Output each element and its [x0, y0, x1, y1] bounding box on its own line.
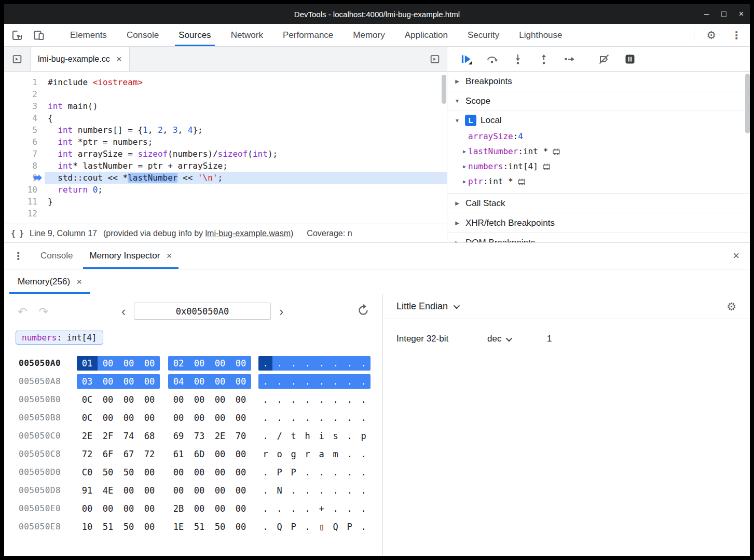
- memory-byte[interactable]: 00: [77, 501, 98, 516]
- memory-byte[interactable]: 02: [168, 356, 189, 371]
- memory-byte[interactable]: 00: [139, 392, 160, 407]
- memory-byte[interactable]: 1E: [168, 520, 189, 534]
- ascii-char[interactable]: .: [328, 465, 342, 480]
- ascii-char[interactable]: .: [328, 483, 342, 498]
- ascii-char[interactable]: .: [286, 483, 300, 498]
- ascii-char[interactable]: .: [272, 501, 286, 516]
- section-scope[interactable]: ▼ Scope: [447, 91, 750, 111]
- refresh-button[interactable]: [357, 304, 370, 319]
- tab-elements[interactable]: Elements: [60, 24, 117, 46]
- memory-byte[interactable]: 00: [139, 411, 160, 425]
- previous-page-button[interactable]: ‹: [117, 303, 130, 320]
- memory-byte[interactable]: 00: [139, 520, 160, 534]
- ascii-char[interactable]: .: [300, 501, 314, 516]
- memory-byte[interactable]: 51: [98, 520, 118, 534]
- tab-application[interactable]: Application: [395, 24, 458, 46]
- ascii-char[interactable]: .: [258, 392, 272, 407]
- ascii-char[interactable]: m: [328, 447, 342, 461]
- line-number[interactable]: 10: [4, 184, 37, 196]
- sidebar-scrollbar[interactable]: [745, 47, 750, 242]
- ascii-char[interactable]: N: [272, 483, 286, 498]
- drawer-tab-memory-inspector[interactable]: Memory Inspector ×: [81, 243, 180, 269]
- line-number[interactable]: 6: [4, 136, 37, 148]
- memory-byte[interactable]: 00: [230, 356, 251, 371]
- memory-byte[interactable]: 6D: [189, 447, 210, 461]
- ascii-char[interactable]: .: [342, 429, 357, 443]
- file-tab-close-icon[interactable]: ×: [116, 53, 122, 65]
- tab-performance[interactable]: Performance: [273, 24, 343, 46]
- ascii-char[interactable]: .: [314, 483, 328, 498]
- show-navigator-button[interactable]: [4, 47, 30, 71]
- window-close-button[interactable]: ×: [739, 9, 744, 19]
- ascii-char[interactable]: .: [258, 356, 272, 371]
- ascii-char[interactable]: .: [357, 411, 371, 425]
- memory-byte[interactable]: 00: [98, 374, 118, 389]
- memory-inspector-tab-close-icon[interactable]: ×: [166, 250, 172, 262]
- memory-byte[interactable]: 91: [77, 483, 98, 498]
- memory-byte[interactable]: 69: [168, 429, 189, 443]
- ascii-char[interactable]: .: [357, 447, 371, 461]
- memory-byte[interactable]: 61: [168, 447, 189, 461]
- memory-buffer-tab[interactable]: Memory(256) ×: [9, 269, 90, 294]
- code-line[interactable]: return 0;: [45, 184, 447, 196]
- resume-button[interactable]: [459, 52, 473, 66]
- scope-variable-ptr[interactable]: ▶ptr: int *: [447, 174, 750, 189]
- memory-byte[interactable]: 00: [230, 501, 251, 516]
- memory-grid[interactable]: 005050A00100000002000000........005050A8…: [4, 354, 382, 536]
- ascii-char[interactable]: .: [258, 411, 272, 425]
- ascii-char[interactable]: .: [258, 429, 272, 443]
- memory-address-input[interactable]: [134, 303, 271, 320]
- wasm-file-link[interactable]: lmi-bug-example.wasm: [205, 229, 291, 238]
- pretty-print-icon[interactable]: { }: [11, 229, 23, 238]
- gutter[interactable]: 123456789101112: [4, 76, 45, 224]
- ascii-char[interactable]: .: [286, 374, 300, 389]
- memory-byte[interactable]: 00: [98, 392, 118, 407]
- ascii-char[interactable]: .: [258, 501, 272, 516]
- memory-byte[interactable]: 00: [168, 483, 189, 498]
- memory-byte[interactable]: 67: [118, 447, 139, 461]
- scope-variable-numbers[interactable]: ▶numbers: int[4]: [447, 159, 750, 174]
- ascii-char[interactable]: P: [286, 465, 300, 480]
- file-tab[interactable]: lmi-bug-example.cc ×: [30, 47, 130, 71]
- drawer-tab-console[interactable]: Console: [32, 243, 81, 269]
- memory-byte[interactable]: 04: [168, 374, 189, 389]
- line-number[interactable]: 5: [4, 124, 37, 136]
- ascii-char[interactable]: .: [342, 411, 357, 425]
- history-back-button[interactable]: ↶: [18, 305, 27, 318]
- memory-byte[interactable]: 00: [210, 374, 230, 389]
- step-button[interactable]: [563, 52, 577, 66]
- maximize-button[interactable]: □: [721, 9, 726, 19]
- ascii-char[interactable]: .: [314, 465, 328, 480]
- section-xhr-breakpoints[interactable]: ▶ XHR/fetch Breakpoints: [447, 213, 750, 233]
- paused-code-line[interactable]: std::cout << *lastNumber << '\n';: [45, 172, 447, 184]
- ascii-char[interactable]: .: [258, 374, 272, 389]
- highlight-chip-numbers[interactable]: numbers: int[4]: [16, 331, 103, 345]
- ascii-char[interactable]: o: [272, 447, 286, 461]
- line-number[interactable]: 8: [4, 160, 37, 172]
- ascii-char[interactable]: .: [300, 483, 314, 498]
- memory-byte[interactable]: 72: [77, 447, 98, 461]
- ascii-char[interactable]: P: [272, 465, 286, 480]
- section-breakpoints[interactable]: ▶ Breakpoints: [447, 72, 750, 91]
- chevron-down-icon[interactable]: [454, 303, 460, 309]
- inspect-element-button[interactable]: [8, 27, 26, 44]
- code-line[interactable]: int *ptr = numbers;: [45, 136, 447, 148]
- ascii-char[interactable]: .: [272, 392, 286, 407]
- code-line[interactable]: }: [45, 196, 447, 208]
- memory-byte[interactable]: 00: [189, 411, 210, 425]
- history-forward-button[interactable]: ↷: [38, 305, 48, 318]
- code-line[interactable]: int arraySize = sizeof(numbers)/sizeof(i…: [45, 148, 447, 160]
- memory-byte[interactable]: 00: [189, 465, 210, 480]
- sidebar-scrollbar-thumb[interactable]: [745, 74, 750, 133]
- memory-byte[interactable]: 50: [118, 520, 139, 534]
- value-format-select[interactable]: dec: [487, 334, 547, 344]
- line-number[interactable]: 1: [4, 76, 37, 88]
- memory-byte[interactable]: 4E: [98, 483, 118, 498]
- ascii-char[interactable]: Q: [328, 520, 342, 534]
- ascii-char[interactable]: .: [300, 392, 314, 407]
- memory-byte[interactable]: 72: [139, 447, 160, 461]
- memory-byte[interactable]: 00: [98, 356, 118, 371]
- tab-lighthouse[interactable]: Lighthouse: [509, 24, 572, 46]
- memory-byte[interactable]: 00: [230, 465, 251, 480]
- endianness-select[interactable]: Little Endian: [396, 301, 448, 312]
